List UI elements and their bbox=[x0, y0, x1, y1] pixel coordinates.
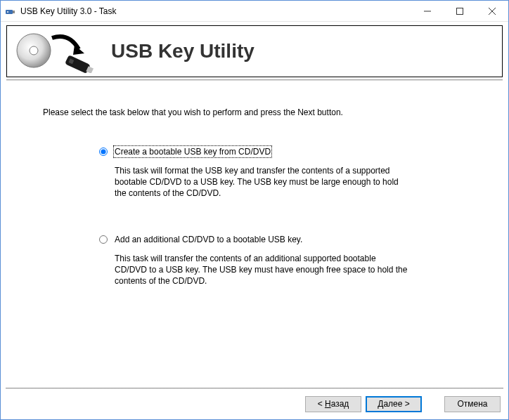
svg-rect-1 bbox=[13, 11, 15, 13]
radio-create-bootable[interactable] bbox=[99, 147, 108, 156]
cancel-button[interactable]: Отмена bbox=[444, 396, 501, 412]
next-button[interactable]: Далее > bbox=[366, 396, 422, 412]
task-options: Create a bootable USB key from CD/DVD Th… bbox=[43, 147, 473, 287]
option-add-additional: Add an additional CD/DVD to a bootable U… bbox=[99, 235, 452, 287]
app-icon bbox=[5, 6, 16, 17]
svg-point-2 bbox=[7, 11, 8, 13]
instruction-text: Please select the task below that you wi… bbox=[43, 107, 473, 117]
nav-button-group: < Назад Далее > bbox=[305, 396, 422, 412]
cd-to-usb-icon bbox=[14, 29, 98, 73]
close-button[interactable] bbox=[476, 1, 508, 21]
radio-add-additional[interactable] bbox=[99, 235, 108, 244]
window-title: USB Key Utility 3.0 - Task bbox=[20, 6, 411, 16]
option-create-bootable-radio-row[interactable]: Create a bootable USB key from CD/DVD bbox=[99, 147, 452, 157]
minimize-button[interactable] bbox=[411, 1, 444, 21]
option-add-additional-radio-row[interactable]: Add an additional CD/DVD to a bootable U… bbox=[99, 235, 452, 244]
option-add-additional-label: Add an additional CD/DVD to a bootable U… bbox=[115, 235, 302, 244]
svg-point-8 bbox=[30, 46, 38, 55]
option-create-bootable-label: Create a bootable USB key from CD/DVD bbox=[115, 147, 271, 157]
header-title: USB Key Utility bbox=[111, 40, 254, 63]
window-controls bbox=[411, 1, 508, 21]
header-banner: USB Key Utility bbox=[6, 25, 503, 77]
option-create-bootable: Create a bootable USB key from CD/DVD Th… bbox=[99, 147, 452, 199]
footer: < Назад Далее > Отмена bbox=[0, 388, 509, 420]
option-create-bootable-desc: This task will format the USB key and tr… bbox=[99, 165, 408, 199]
svg-rect-4 bbox=[457, 8, 463, 14]
titlebar: USB Key Utility 3.0 - Task bbox=[1, 1, 508, 22]
back-button[interactable]: < Назад bbox=[305, 396, 361, 412]
maximize-button[interactable] bbox=[444, 1, 476, 21]
content-area: Please select the task below that you wi… bbox=[1, 81, 508, 287]
footer-divider bbox=[6, 388, 503, 389]
svg-rect-0 bbox=[6, 10, 13, 14]
option-add-additional-desc: This task will transfer the contents of … bbox=[99, 253, 408, 287]
